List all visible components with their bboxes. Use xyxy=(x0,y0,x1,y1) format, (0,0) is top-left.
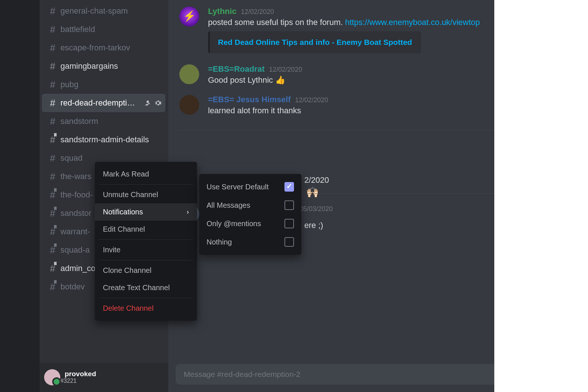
hash-lock-icon: # xyxy=(50,263,55,274)
menu-clone-channel[interactable]: Clone Channel xyxy=(95,262,197,279)
hash-icon: # xyxy=(50,153,55,164)
server-list-strip xyxy=(0,0,40,392)
menu-label: Notifications xyxy=(103,208,143,216)
notifications-submenu: Use Server Default All Messages Only @me… xyxy=(199,174,301,255)
channel-label: squad xyxy=(60,153,82,163)
message-timestamp: 12/02/2020 xyxy=(295,96,328,104)
menu-delete-channel[interactable]: Delete Channel xyxy=(95,300,197,317)
message-author[interactable]: Lythnic xyxy=(208,7,236,16)
message-timestamp: 12/02/2020 xyxy=(269,66,302,74)
message-timestamp: 05/03/2020 xyxy=(300,205,333,213)
menu-label: Edit Channel xyxy=(103,225,145,234)
hash-icon: # xyxy=(50,97,55,109)
avatar[interactable] xyxy=(179,7,199,26)
embed-title[interactable]: Red Dead Online Tips and info - Enemy Bo… xyxy=(218,38,413,47)
image-crop-edge xyxy=(494,0,588,392)
notif-all-messages[interactable]: All Messages xyxy=(199,196,301,214)
thumbs-up-icon: 👍 xyxy=(275,75,285,86)
avatar[interactable] xyxy=(44,369,60,385)
message-author[interactable]: =EBS= Jesus Himself xyxy=(208,95,291,104)
menu-separator xyxy=(98,239,193,240)
menu-label: Mark As Read xyxy=(103,170,149,178)
checkbox-checked-icon[interactable] xyxy=(284,182,294,192)
channel-label: warrant- xyxy=(60,227,90,236)
menu-notifications[interactable]: Notifications› xyxy=(95,203,197,221)
channel-label: admin_co xyxy=(60,264,95,273)
hash-icon: # xyxy=(50,42,55,54)
channel-label: sandstor xyxy=(60,209,91,218)
notif-only-mentions[interactable]: Only @mentions xyxy=(199,214,301,233)
hash-lock-icon: # xyxy=(50,189,55,201)
menu-invite[interactable]: Invite xyxy=(95,241,197,259)
invite-icon[interactable] xyxy=(144,99,151,107)
hash-icon: # xyxy=(50,79,55,90)
app-root: #general-chat-spam #battlefield #escape-… xyxy=(0,0,588,392)
compose-placeholder: Message #red-dead-redemption-2 xyxy=(184,370,301,379)
message-timestamp: 2/2020 xyxy=(304,175,329,185)
menu-label: Invite xyxy=(103,246,121,254)
checkbox-icon[interactable] xyxy=(284,237,294,247)
user-discriminator: #3221 xyxy=(60,378,96,384)
channel-item-general-chat-spam[interactable]: #general-chat-spam xyxy=(42,2,165,20)
message-link[interactable]: https://www.enemyboat.co.uk/viewtop xyxy=(345,18,480,27)
hash-lock-icon: # xyxy=(50,226,55,238)
hash-icon: # xyxy=(50,6,55,17)
hash-lock-icon: # xyxy=(50,134,55,146)
message-text: ere ;) xyxy=(304,221,323,230)
channel-label: the-food- xyxy=(60,190,93,200)
channel-item-battlefield[interactable]: #battlefield xyxy=(42,20,165,39)
channel-label: the-wars xyxy=(60,172,91,181)
channel-item-pubg[interactable]: #pubg xyxy=(42,75,165,94)
channel-label: squad-a xyxy=(60,245,90,255)
message-text-part: Good post Lythnic xyxy=(208,75,275,85)
notif-use-server-default[interactable]: Use Server Default xyxy=(199,178,301,196)
hash-lock-icon: # xyxy=(50,281,55,293)
menu-label: Create Text Channel xyxy=(103,284,170,292)
message-text-part: posted some useful tips on the forum. xyxy=(208,18,345,27)
gear-icon[interactable] xyxy=(154,99,162,107)
menu-separator xyxy=(98,184,193,185)
checkbox-icon[interactable] xyxy=(284,200,294,210)
menu-edit-channel[interactable]: Edit Channel xyxy=(95,221,197,238)
menu-create-text-channel[interactable]: Create Text Channel xyxy=(95,279,197,296)
hash-icon: # xyxy=(50,171,55,182)
channel-label: escape-from-tarkov xyxy=(60,43,130,53)
user-panel[interactable]: provoked #3221 xyxy=(40,363,168,392)
channel-label: battlefield xyxy=(60,25,95,34)
channel-item-sandstorm[interactable]: #sandstorm xyxy=(42,112,165,131)
channel-label: sandstorm-admin-details xyxy=(60,135,149,145)
menu-label: Only @mentions xyxy=(207,220,261,228)
channel-label: pubg xyxy=(60,80,78,89)
hash-icon: # xyxy=(50,24,55,35)
channel-label: gamingbargains xyxy=(60,61,118,71)
menu-label: Use Server Default xyxy=(207,183,269,191)
channel-label: sandstorm xyxy=(60,117,98,126)
channel-item-red-dead-redemption[interactable]: # red-dead-redempti… xyxy=(42,94,165,112)
hash-lock-icon: # xyxy=(50,208,55,219)
hash-icon: # xyxy=(50,116,55,127)
embed-card[interactable]: Red Dead Online Tips and info - Enemy Bo… xyxy=(208,31,421,53)
checkbox-icon[interactable] xyxy=(284,219,294,228)
menu-separator xyxy=(98,298,193,298)
menu-mark-as-read[interactable]: Mark As Read xyxy=(95,165,197,183)
channel-item-escape-from-tarkov[interactable]: #escape-from-tarkov xyxy=(42,39,165,57)
channel-label: botdev xyxy=(60,282,85,292)
avatar[interactable] xyxy=(179,95,199,115)
hash-lock-icon: # xyxy=(50,245,55,256)
menu-label: All Messages xyxy=(207,201,250,210)
channel-label: general-chat-spam xyxy=(60,6,128,16)
menu-label: Nothing xyxy=(207,238,232,246)
channel-item-gamingbargains[interactable]: #gamingbargains xyxy=(42,57,165,75)
channel-label: red-dead-redempti… xyxy=(60,98,135,108)
menu-unmute-channel[interactable]: Unmute Channel xyxy=(95,186,197,203)
channel-item-sandstorm-admin-details[interactable]: #sandstorm-admin-details xyxy=(42,131,165,149)
menu-label: Unmute Channel xyxy=(103,190,158,199)
avatar[interactable] xyxy=(179,64,199,84)
notif-nothing[interactable]: Nothing xyxy=(199,233,301,251)
menu-label: Clone Channel xyxy=(103,266,151,275)
menu-label: Delete Channel xyxy=(103,304,154,313)
hash-icon: # xyxy=(50,61,55,72)
message-author[interactable]: =EBS=Roadrat xyxy=(208,64,265,74)
channel-context-menu: Mark As Read Unmute Channel Notification… xyxy=(95,162,197,321)
chevron-right-icon: › xyxy=(187,208,189,216)
